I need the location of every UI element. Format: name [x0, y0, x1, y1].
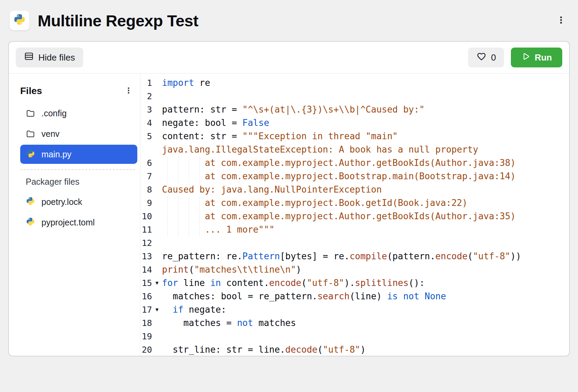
code-row: 10at com.example.myproject.Author.getBoo… — [140, 210, 569, 223]
code-row: 1import re — [140, 76, 569, 90]
code-text: at com.example.myproject.Book.getId(Book… — [162, 196, 467, 210]
folder-icon — [26, 129, 35, 139]
indent-guide — [189, 170, 194, 183]
file-item-poetry-lock[interactable]: poetry.lock — [20, 192, 137, 211]
code-text: Caused by: java.lang.NullPointerExceptio… — [162, 183, 382, 196]
packager-file-list: poetry.lockpyproject.toml — [20, 192, 137, 232]
indent-guide — [178, 223, 184, 236]
workspace-panel: Hide files 0 Run Files — [8, 41, 570, 356]
gutter-space — [152, 343, 162, 356]
gutter-space — [152, 330, 162, 343]
indent-guide — [199, 156, 205, 170]
hide-files-button[interactable]: Hide files — [16, 48, 83, 67]
run-label: Run — [535, 52, 552, 63]
fold-arrow-icon[interactable]: ▼ — [152, 276, 162, 290]
folder-icon — [26, 108, 35, 118]
code-text: str_line: str = line.decode("utf-8") — [162, 343, 366, 356]
code-row: 17▼ if negate: — [140, 303, 569, 316]
like-count: 0 — [491, 52, 496, 63]
fold-arrow-icon[interactable]: ▼ — [152, 303, 162, 316]
indent-guide — [189, 156, 194, 170]
gutter-space — [152, 90, 162, 103]
code-text: if negate: — [162, 303, 226, 316]
code-editor[interactable]: 1import re23pattern: str = "^\s+(at|\.{3… — [140, 74, 569, 356]
code-lines: 1import re23pattern: str = "^\s+(at|\.{3… — [140, 76, 569, 356]
line-number: 14 — [140, 263, 152, 276]
code-text: matches = not matches — [162, 316, 296, 330]
indent-guide — [199, 170, 205, 183]
code-row: java.lang.IllegalStateException: A book … — [140, 143, 569, 156]
code-row: 11... 1 more""" — [140, 223, 569, 236]
indent-guide — [199, 210, 205, 223]
gutter-space — [152, 263, 162, 276]
gutter-space — [152, 183, 162, 196]
files-menu-button[interactable] — [122, 84, 135, 98]
code-row: 3pattern: str = "^\s+(at|\.{3})\s+\\b|^C… — [140, 103, 569, 116]
gutter-space — [152, 210, 162, 223]
file-item-main-py[interactable]: main.py — [20, 145, 137, 164]
indent-guide — [199, 196, 205, 210]
header-menu-button[interactable] — [554, 13, 568, 28]
code-row: 2 — [140, 90, 569, 103]
line-number: 20 — [140, 343, 152, 356]
files-sidebar: Files .configvenvmain.py Packager files … — [9, 74, 140, 356]
code-row: 12 — [140, 236, 569, 250]
line-number: 12 — [140, 236, 152, 250]
like-button[interactable]: 0 — [468, 48, 504, 67]
line-number: 9 — [140, 196, 152, 210]
indent-guide — [189, 223, 194, 236]
code-text: java.lang.IllegalStateException: A book … — [162, 143, 478, 156]
indent-guide — [178, 156, 184, 170]
code-text: import re — [162, 76, 210, 90]
run-button[interactable]: Run — [511, 48, 562, 67]
kebab-menu-icon — [125, 87, 133, 95]
file-label: poetry.lock — [41, 197, 82, 207]
files-header-row: Files — [20, 84, 137, 104]
files-panel-icon — [24, 51, 34, 64]
gutter-space — [152, 76, 162, 90]
line-number: 13 — [140, 250, 152, 263]
sidebar-divider — [20, 169, 135, 170]
code-row: 8Caused by: java.lang.NullPointerExcepti… — [140, 183, 569, 196]
line-number: 3 — [140, 103, 152, 116]
line-number: 15 — [140, 276, 152, 290]
line-number — [140, 143, 152, 156]
indent-guide — [167, 156, 173, 170]
indent-guide — [189, 196, 194, 210]
code-row: 20 str_line: str = line.decode("utf-8") — [140, 343, 569, 356]
code-row: 14print("matches\t\tline\n") — [140, 263, 569, 276]
code-row: 6at com.example.myproject.Author.getBook… — [140, 156, 569, 170]
file-item-venv[interactable]: venv — [20, 124, 137, 143]
code-text: ... 1 more""" — [162, 223, 275, 236]
file-item-pyproject-toml[interactable]: pyproject.toml — [20, 213, 137, 232]
gutter-space — [152, 236, 162, 250]
indent-guide — [199, 223, 205, 236]
work-area: Files .configvenvmain.py Packager files … — [9, 74, 569, 356]
code-row: 19 — [140, 330, 569, 343]
gutter-space — [152, 156, 162, 170]
play-icon — [521, 52, 530, 63]
line-number: 10 — [140, 210, 152, 223]
gutter-space — [152, 250, 162, 263]
heart-icon — [476, 51, 487, 64]
indent-guide — [167, 170, 173, 183]
code-text: print("matches\t\tline\n") — [162, 263, 301, 276]
file-list: .configvenvmain.py — [20, 104, 137, 164]
file-label: .config — [41, 108, 67, 118]
line-number: 7 — [140, 170, 152, 183]
code-text: pattern: str = "^\s+(at|\.{3})\s+\\b|^Ca… — [162, 103, 425, 116]
line-number: 19 — [140, 330, 152, 343]
code-row: 7at com.example.myproject.Bootstrap.main… — [140, 170, 569, 183]
gutter-space — [152, 116, 162, 130]
python-icon — [26, 149, 35, 159]
indent-guide — [167, 223, 173, 236]
code-row: 5content: str = """Exception in thread "… — [140, 130, 569, 143]
replit-workspace: Multiline Regexp Test Hide files 0 — [0, 0, 578, 356]
indent-guide — [167, 210, 173, 223]
hide-files-label: Hide files — [38, 52, 75, 63]
indent-guide — [189, 210, 194, 223]
gutter-space — [152, 170, 162, 183]
file-item--config[interactable]: .config — [20, 104, 137, 123]
file-label: venv — [41, 129, 60, 139]
gutter-space — [152, 316, 162, 330]
